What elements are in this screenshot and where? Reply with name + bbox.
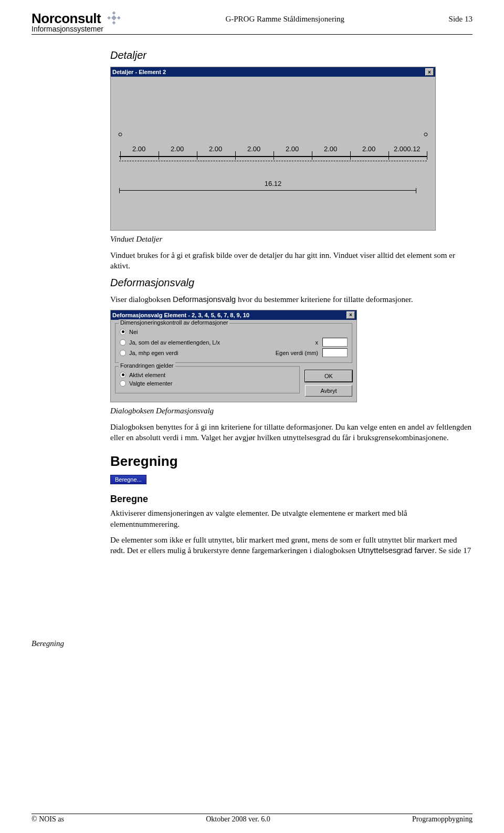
radio-nei[interactable]: Nei bbox=[120, 329, 348, 335]
support-icon bbox=[118, 132, 122, 139]
support-icon bbox=[424, 132, 428, 139]
radio-lx[interactable]: Ja, som del av elementlengden, L/x bbox=[120, 339, 220, 346]
radio-icon bbox=[120, 372, 126, 378]
group-forandring: Forandringen gjelder Aktivt element Valg… bbox=[115, 366, 300, 393]
radio-icon bbox=[120, 350, 126, 356]
egen-input[interactable] bbox=[322, 348, 348, 357]
radio-icon bbox=[120, 380, 126, 387]
cancel-button[interactable]: Avbryt bbox=[305, 385, 352, 397]
svg-point-6 bbox=[424, 133, 427, 136]
svg-rect-0 bbox=[112, 11, 116, 15]
logo-icon bbox=[107, 11, 121, 25]
segment-label: 2.00 bbox=[171, 145, 184, 153]
radio-valgte[interactable]: Valgte elementer bbox=[120, 380, 295, 387]
total-length-label: 16.12 bbox=[114, 180, 432, 188]
segment-label: 2.00 bbox=[286, 145, 299, 153]
section-heading-detaljer: Detaljer bbox=[110, 49, 472, 61]
ok-button[interactable]: OK bbox=[305, 370, 352, 382]
radio-aktivt[interactable]: Aktivt element bbox=[120, 372, 295, 378]
footer-right: Programoppbygning bbox=[412, 815, 472, 824]
detaljer-window-title: Detaljer - Element 2 bbox=[112, 69, 166, 75]
group-dim-control: Dimensjoneringskontroll av deformasjoner… bbox=[115, 323, 352, 363]
svg-rect-4 bbox=[111, 15, 117, 20]
egen-label: Egen verdi (mm) bbox=[276, 350, 318, 356]
svg-rect-3 bbox=[112, 21, 116, 25]
body-paragraph: Aktiviserer dimensjoneringen av valgte e… bbox=[110, 508, 472, 529]
x-input[interactable] bbox=[322, 338, 348, 347]
doc-title: G-PROG Ramme Ståldimensjonering bbox=[225, 11, 344, 24]
page-number: Side 13 bbox=[449, 11, 472, 24]
section-heading-beregning: Beregning bbox=[110, 453, 472, 470]
segment-label: 2.00 bbox=[132, 145, 145, 153]
footer-left: © NOIS as bbox=[32, 815, 64, 824]
page-footer: © NOIS as Oktober 2008 ver. 6.0 Programo… bbox=[32, 814, 472, 824]
footer-center: Oktober 2008 ver. 6.0 bbox=[206, 815, 270, 824]
beregne-button[interactable]: Beregne... bbox=[110, 475, 146, 484]
close-icon[interactable]: × bbox=[346, 311, 355, 319]
x-label: x bbox=[316, 339, 319, 346]
group-title: Forandringen gjelder bbox=[119, 362, 175, 369]
segment-label: 2.00 bbox=[362, 145, 375, 153]
segment-label: 2.00 bbox=[324, 145, 337, 153]
svg-rect-1 bbox=[107, 16, 111, 20]
close-icon[interactable]: × bbox=[425, 68, 434, 76]
margin-label-beregning: Beregning bbox=[32, 639, 64, 648]
body-paragraph: Dialogboksen benyttes for å gi inn krite… bbox=[110, 422, 472, 443]
deform-dialog-title: Deformasjonsvalg Element - 2, 3, 4, 5, 6… bbox=[112, 312, 249, 318]
company-logo: Norconsult Informasjonssystemer bbox=[32, 11, 121, 33]
section-heading-deform: Deformasjonsvalg bbox=[110, 277, 472, 289]
deform-dialog: Deformasjonsvalg Element - 2, 3, 4, 5, 6… bbox=[110, 310, 357, 402]
body-paragraph: De elementer som ikke er fullt utnyttet,… bbox=[110, 535, 472, 556]
figure-caption: Dialogboksen Deformasjonsvalg bbox=[110, 407, 472, 415]
segment-label: 2.00 bbox=[247, 145, 260, 153]
svg-point-5 bbox=[119, 133, 122, 136]
diagram-canvas: 2.00 2.00 2.00 2.00 2.00 2.00 2.00 2.000… bbox=[114, 80, 432, 227]
logo-subtitle: Informasjonssystemer bbox=[32, 25, 103, 33]
radio-egen[interactable]: Ja, mhp egen verdi bbox=[120, 350, 178, 356]
detaljer-window: Detaljer - Element 2 × 2.00 2.00 bbox=[110, 67, 436, 231]
segment-label: 2.000.12 bbox=[394, 145, 421, 153]
body-paragraph: Vinduet brukes for å gi et grafisk bilde… bbox=[110, 250, 472, 272]
figure-caption: Vinduet Detaljer bbox=[110, 235, 472, 244]
subhead-beregne: Beregne bbox=[110, 494, 472, 505]
body-paragraph: Viser dialogboksen Deformasjonsvalg hvor… bbox=[110, 294, 472, 305]
svg-rect-2 bbox=[117, 16, 121, 20]
radio-icon bbox=[120, 329, 126, 335]
group-title: Dimensjoneringskontroll av deformasjoner bbox=[119, 319, 229, 326]
segment-label: 2.00 bbox=[209, 145, 222, 153]
page-header: Norconsult Informasjonssystemer G-PROG R… bbox=[32, 11, 472, 35]
radio-icon bbox=[120, 339, 126, 346]
